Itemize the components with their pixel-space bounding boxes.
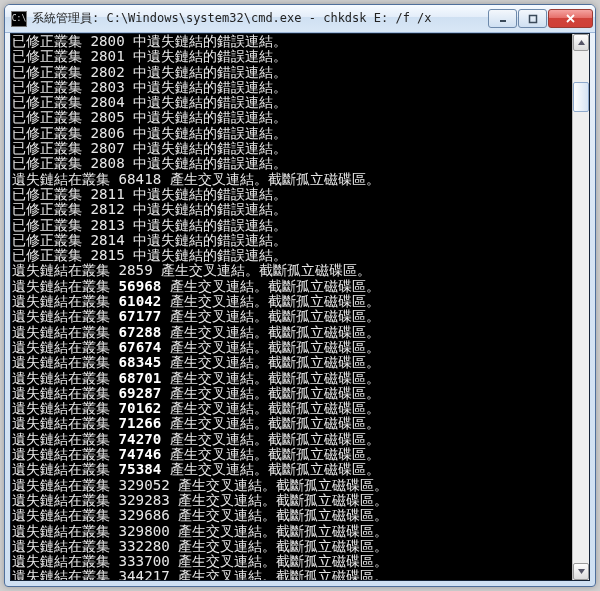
title-bar[interactable]: C:\ 系統管理員: C:\Windows\system32\cmd.exe -… <box>5 5 595 33</box>
terminal-output[interactable]: 已修正叢集 2800 中遺失鏈結的錯誤連結。已修正叢集 2801 中遺失鏈結的錯… <box>11 34 572 580</box>
svg-rect-1 <box>529 15 536 22</box>
maximize-button[interactable] <box>518 9 547 28</box>
scroll-thumb[interactable] <box>573 82 589 113</box>
scroll-down-button[interactable] <box>573 563 589 580</box>
minimize-button[interactable] <box>488 9 517 28</box>
svg-marker-5 <box>578 569 585 574</box>
cmd-icon: C:\ <box>11 11 27 27</box>
command-prompt-window: C:\ 系統管理員: C:\Windows\system32\cmd.exe -… <box>4 4 596 587</box>
svg-marker-4 <box>578 40 585 45</box>
scroll-track[interactable] <box>573 51 589 563</box>
window-title: 系統管理員: C:\Windows\system32\cmd.exe - chk… <box>32 10 487 27</box>
client-area: 已修正叢集 2800 中遺失鏈結的錯誤連結。已修正叢集 2801 中遺失鏈結的錯… <box>10 33 590 581</box>
vertical-scrollbar[interactable] <box>572 34 589 580</box>
scroll-up-button[interactable] <box>573 34 589 51</box>
window-button-group <box>487 9 593 28</box>
close-button[interactable] <box>548 9 593 28</box>
